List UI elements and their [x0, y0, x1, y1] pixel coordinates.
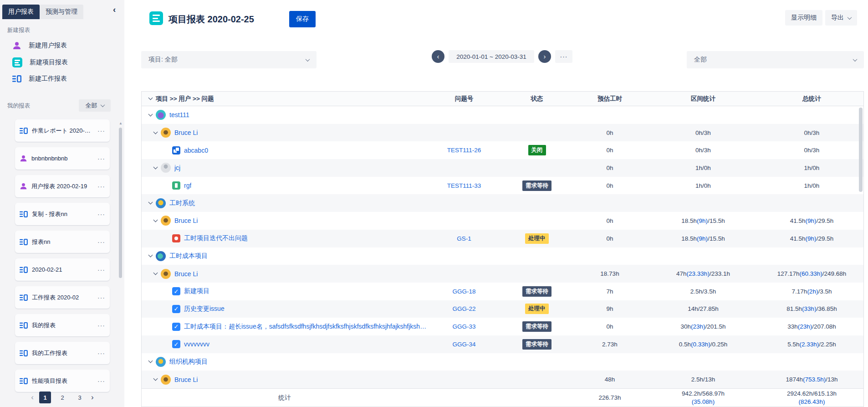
show-detail-button[interactable]: 显示明细: [785, 10, 822, 26]
report-card[interactable]: 2020-02-21···: [15, 258, 110, 281]
issue-type-task-icon: [172, 287, 180, 295]
footer-range-value: 942.2h/568.97h: [682, 390, 725, 398]
issue-key-link[interactable]: TEST111-33: [447, 182, 481, 189]
project-link[interactable]: 工时系统: [169, 199, 195, 207]
more-options-icon[interactable]: ···: [97, 266, 105, 273]
prev-period-button[interactable]: ‹: [432, 50, 444, 63]
more-options-icon[interactable]: ···: [97, 211, 105, 218]
more-options-icon[interactable]: ···: [97, 350, 105, 357]
more-options-icon[interactable]: ···: [97, 377, 105, 385]
project-link[interactable]: 组织机构项目: [169, 358, 208, 366]
create-section-title: 新建报表: [7, 26, 30, 34]
user-link[interactable]: Bruce Li: [174, 270, 198, 278]
total-stats-cell: 1874h(753.5h)/13h: [760, 376, 863, 383]
collapse-row-icon[interactable]: [153, 129, 158, 134]
my-reports-section-title: 我的报表: [7, 102, 30, 110]
report-card[interactable]: 用户报表 2020-02-19···: [15, 175, 110, 197]
collapse-row-icon[interactable]: [148, 200, 153, 205]
report-card[interactable]: 工作报表 2020-02···: [15, 286, 110, 309]
range-stats-cell: 18.5h(9h)/15.5h: [646, 217, 760, 224]
new-project-report-item[interactable]: 新建项目报表: [0, 54, 124, 71]
report-label: 报表nn: [32, 238, 93, 246]
more-options-icon[interactable]: ···: [97, 238, 105, 246]
issue-key-link[interactable]: GS-1: [457, 235, 471, 242]
issue-link[interactable]: rgf: [184, 182, 191, 189]
page-button-2[interactable]: 2: [56, 392, 68, 403]
user-link[interactable]: Bruce Li: [174, 217, 198, 224]
collapse-row-icon[interactable]: [153, 271, 158, 275]
range-stats-cell: 47h(23.33h)/233.1h: [646, 270, 760, 277]
report-card[interactable]: 我的工作报表···: [15, 342, 110, 364]
issue-type-task-icon: [172, 340, 180, 348]
user-link[interactable]: jcj: [174, 164, 180, 171]
scrollbar-thumb[interactable]: [859, 108, 863, 192]
issue-link[interactable]: 新建项目: [184, 287, 209, 295]
group-filter-select[interactable]: 全部: [687, 51, 864, 68]
issue-link[interactable]: abcabc0: [184, 147, 208, 154]
project-filter-select[interactable]: 项目: 全部: [141, 51, 317, 68]
issue-key-link[interactable]: GGG-33: [452, 323, 475, 330]
report-card[interactable]: 作業レポート 2020-02-21···: [15, 119, 110, 142]
save-button[interactable]: 保存: [289, 11, 316, 27]
range-stats-cell: 1h/0h: [646, 182, 760, 189]
report-card[interactable]: 性能项目报表···: [15, 370, 110, 392]
collapse-row-icon[interactable]: [148, 253, 153, 258]
issue-link[interactable]: 工时成本项目：超长issue名，safsdfsfksdfhsjfkhsdjfsk…: [184, 323, 428, 331]
collapse-sidebar-icon[interactable]: ‹: [113, 5, 116, 15]
my-reports-filter-select[interactable]: 全部: [79, 99, 111, 112]
scrollbar-thumb[interactable]: [119, 128, 122, 278]
more-options-icon[interactable]: ···: [97, 294, 105, 301]
status-badge: 需求等待: [522, 180, 551, 191]
estimate-cell: 9h: [573, 305, 646, 312]
next-period-button[interactable]: ›: [538, 50, 551, 63]
collapse-all-icon[interactable]: [148, 96, 153, 100]
project-link[interactable]: test111: [169, 111, 189, 118]
issue-key-link[interactable]: GGG-34: [452, 341, 475, 348]
user-link[interactable]: Bruce Li: [174, 376, 198, 383]
collapse-row-icon[interactable]: [148, 359, 153, 363]
report-card[interactable]: 复制 - 报表nn···: [15, 203, 110, 225]
report-card[interactable]: bnbnbnbnbnb···: [15, 147, 110, 170]
footer-total-total: 2924.62h/615.13h (826.43h): [760, 390, 863, 406]
more-options-icon[interactable]: ···: [97, 322, 105, 329]
more-options-icon[interactable]: ···: [97, 155, 105, 162]
more-options-icon[interactable]: ···: [97, 127, 105, 134]
report-label: 用户报表 2020-02-19: [31, 182, 93, 191]
issue-key-link[interactable]: GGG-22: [452, 305, 475, 312]
report-card[interactable]: 我的报表···: [15, 314, 110, 336]
new-work-report-item[interactable]: 新建工作报表: [0, 71, 124, 87]
collapse-row-icon[interactable]: [153, 376, 158, 381]
issue-link[interactable]: vvvvvvvv: [184, 340, 209, 348]
export-button[interactable]: 导出: [825, 10, 857, 26]
collapse-row-icon[interactable]: [153, 218, 158, 222]
date-more-button[interactable]: ···: [555, 50, 572, 63]
user-link[interactable]: Bruce Li: [174, 129, 198, 136]
export-label: 导出: [831, 14, 844, 22]
next-page-icon[interactable]: ›: [91, 393, 94, 402]
collapse-row-icon[interactable]: [153, 165, 158, 169]
issue-link[interactable]: 工时项目迭代不出问题: [184, 234, 248, 242]
sidebar-scrollbar[interactable]: ▲: [119, 122, 122, 404]
issue-row: abcabc0TEST111-26关闭0h0h/3h0h/3h: [142, 141, 863, 159]
user-avatar: [161, 269, 171, 279]
footer-label: 统计: [142, 394, 428, 402]
issue-key-link[interactable]: GGG-18: [452, 288, 475, 295]
scroll-up-icon[interactable]: ▲: [119, 121, 123, 125]
prev-page-icon[interactable]: ‹: [31, 393, 34, 402]
page-button-1[interactable]: 1: [39, 392, 51, 403]
collapse-row-icon[interactable]: [148, 112, 153, 116]
tab-forecast-manage[interactable]: 预测与管理: [40, 5, 83, 19]
user-avatar: [161, 216, 171, 226]
work-report-icon: [20, 322, 28, 329]
issue-link[interactable]: 历史变更issue: [184, 305, 225, 313]
tab-user-reports[interactable]: 用户报表: [2, 5, 40, 19]
my-reports-filter-value: 全部: [86, 102, 97, 110]
more-options-icon[interactable]: ···: [97, 183, 105, 190]
new-user-report-item[interactable]: 新建用户报表: [0, 37, 124, 54]
page-button-3[interactable]: 3: [74, 392, 86, 403]
project-link[interactable]: 工时成本项目: [169, 252, 208, 260]
table-scrollbar[interactable]: [859, 108, 863, 192]
report-card[interactable]: 报表nn···: [15, 231, 110, 253]
date-range-value[interactable]: 2020-01-01 ~ 2020-03-31: [449, 50, 534, 63]
issue-key-link[interactable]: TEST111-26: [447, 147, 481, 154]
